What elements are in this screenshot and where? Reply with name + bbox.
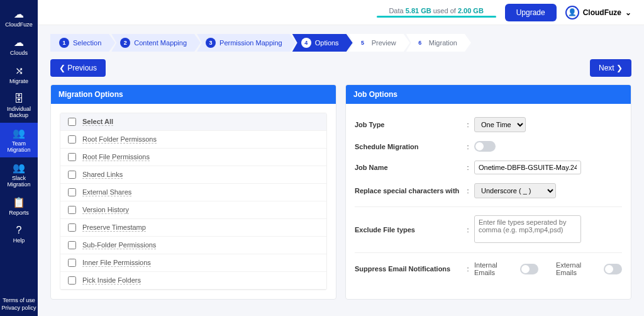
migration-options-header: Migration Options [51, 85, 336, 104]
migration-options-panel: Migration Options Select All Root Folder… [50, 84, 336, 300]
usage-bar [377, 16, 496, 18]
migration-options-list: Select All Root Folder Permissons Root F… [60, 113, 327, 290]
option-external-shares[interactable]: External Shares [60, 184, 326, 201]
job-type-row: Job Type: One Time [355, 113, 622, 137]
previous-button[interactable]: ❮ Previous [50, 59, 106, 77]
sidebar-item-clouds[interactable]: ☁Clouds [0, 32, 38, 60]
option-subfolder-permissions[interactable]: Sub-Folder Permissions [60, 237, 326, 254]
schedule-migration-row: Schedule Migration: [355, 137, 622, 156]
option-inner-file-permissions[interactable]: Inner File Permissions [60, 254, 326, 272]
migrate-icon: ⤭ [15, 65, 23, 77]
exclude-file-types-input[interactable] [474, 215, 581, 243]
help-icon: ? [16, 225, 22, 236]
option-pick-inside-folders[interactable]: Pick Inside Folders [60, 272, 326, 290]
main: Data 5.81 GB used of 2.00 GB Upgrade 👤 C… [38, 0, 644, 316]
backup-icon: 🗄 [14, 93, 24, 104]
option-root-file-permissions[interactable]: Root File Permissions [60, 149, 326, 166]
user-avatar-icon: 👤 [565, 6, 579, 20]
chevron-left-icon: ❮ [59, 64, 67, 72]
cloud-logo-icon: ☁ [14, 8, 24, 20]
cloud-icon: ☁ [14, 37, 24, 48]
panels: Migration Options Select All Root Folder… [50, 84, 631, 300]
sidebar-item-individual-backup[interactable]: 🗄Individual Backup [0, 89, 38, 123]
replace-characters-select[interactable]: Underscore ( _ ) [474, 183, 556, 198]
option-preserve-timestamp[interactable]: Preserve Timestamp [60, 219, 326, 237]
schedule-toggle[interactable] [474, 141, 496, 152]
sidebar-item-migrate[interactable]: ⤭Migrate [0, 60, 38, 89]
sidebar-item-slack-migration[interactable]: 👥Slack Migration [0, 157, 38, 192]
topbar: Data 5.81 GB used of 2.00 GB Upgrade 👤 C… [38, 0, 644, 25]
data-usage: Data 5.81 GB used of 2.00 GB [377, 7, 496, 18]
job-name-row: Job Name: [355, 156, 622, 179]
reports-icon: 📋 [13, 196, 25, 208]
chevron-right-icon: ❯ [614, 64, 623, 72]
brand-label: CloudFuze [5, 21, 33, 28]
job-name-input[interactable] [474, 161, 581, 174]
option-select-all[interactable]: Select All [60, 113, 326, 131]
option-root-folder-permissions[interactable]: Root Folder Permissons [60, 131, 326, 149]
option-version-history[interactable]: Version History [60, 201, 326, 219]
step-permission-mapping[interactable]: 3Permission Mapping [197, 34, 296, 52]
upgrade-button[interactable]: Upgrade [505, 4, 557, 21]
sidebar-footer: Terms of use Privacy policy [0, 296, 38, 312]
next-button[interactable]: Next ❯ [590, 59, 631, 77]
step-options[interactable]: 4Options [292, 34, 353, 52]
suppress-email-row: Suppress Email Notifications: Internal E… [355, 257, 622, 281]
option-shared-links[interactable]: Shared Links [60, 166, 326, 184]
step-migration[interactable]: 6Migration [406, 34, 471, 52]
sidebar-item-reports[interactable]: 📋Reports [0, 192, 38, 220]
nav-row: ❮ Previous Next ❯ [50, 59, 631, 77]
privacy-link[interactable]: Privacy policy [0, 304, 38, 312]
job-options-panel: Job Options Job Type: One Time Schedule … [345, 84, 631, 300]
terms-link[interactable]: Terms of use [0, 296, 38, 305]
internal-emails-toggle[interactable] [520, 264, 538, 274]
step-selection[interactable]: 1Selection [50, 34, 115, 52]
external-emails-toggle[interactable] [604, 264, 622, 274]
slack-icon: 👥 [13, 162, 25, 174]
job-type-select[interactable]: One Time [474, 117, 526, 132]
sidebar: ☁ CloudFuze ☁Clouds ⤭Migrate 🗄Individual… [0, 0, 38, 316]
select-all-checkbox[interactable] [68, 118, 76, 126]
job-options-header: Job Options [346, 85, 631, 104]
step-preview[interactable]: 5Preview [349, 34, 410, 52]
wizard-steps: 1Selection 2Content Mapping 3Permission … [50, 34, 631, 52]
step-content-mapping[interactable]: 2Content Mapping [111, 34, 201, 52]
replace-characters-row: Replace special characters with: Undersc… [355, 179, 622, 203]
chevron-down-icon: ⌄ [625, 8, 631, 17]
sidebar-item-help[interactable]: ?Help [0, 220, 38, 248]
user-menu[interactable]: 👤 CloudFuze ⌄ [565, 6, 631, 20]
content: 1Selection 2Content Mapping 3Permission … [38, 25, 644, 316]
team-icon: 👥 [13, 127, 25, 139]
sidebar-brand[interactable]: ☁ CloudFuze [0, 4, 38, 32]
sidebar-item-team-migration[interactable]: 👥Team Migration [0, 123, 38, 157]
exclude-file-types-row: Exclude File types: [355, 211, 622, 249]
